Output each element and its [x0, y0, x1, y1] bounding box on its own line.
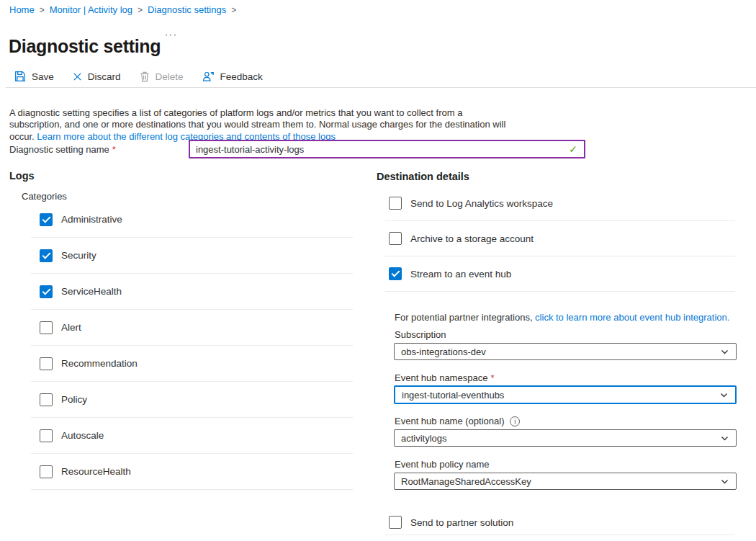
destination-options-list: Send to Log Analytics workspace Archive …	[385, 186, 735, 292]
event-hub-policy-name-label-text: Event hub policy name	[395, 459, 490, 470]
log-categories-list: Administrative Security ServiceHealth Al…	[31, 202, 353, 490]
event-hub-namespace-label: Event hub namespace*	[395, 372, 494, 383]
chevron-right-icon: >	[231, 5, 236, 15]
diagnostic-setting-name-label-text: Diagnostic setting name	[9, 144, 109, 155]
category-label: Security	[61, 250, 96, 261]
checkbox[interactable]	[40, 357, 53, 370]
delete-button-label: Delete	[156, 71, 184, 82]
category-row-policy[interactable]: Policy	[31, 382, 353, 418]
chevron-right-icon: >	[138, 5, 143, 15]
destination-label: Archive to a storage account	[410, 233, 534, 244]
destination-label: Send to Log Analytics workspace	[410, 198, 553, 209]
destination-details-heading: Destination details	[377, 171, 469, 182]
checkbox[interactable]	[40, 213, 53, 226]
category-row-resourcehealth[interactable]: ResourceHealth	[31, 454, 353, 490]
checkbox[interactable]	[40, 429, 53, 442]
checkbox[interactable]	[40, 465, 53, 478]
chevron-down-icon	[720, 347, 729, 357]
category-row-alert[interactable]: Alert	[31, 310, 353, 346]
checkbox[interactable]	[389, 232, 402, 245]
subscription-value: obs-integrations-dev	[401, 346, 486, 357]
subscription-label: Subscription	[395, 329, 446, 340]
partner-solution-section: Send to partner solution	[385, 510, 735, 535]
destination-row-partner-solution[interactable]: Send to partner solution	[385, 510, 735, 535]
checkbox[interactable]	[40, 249, 53, 262]
event-hub-policy-name-dropdown[interactable]: RootManageSharedAccessKey	[394, 473, 737, 490]
destination-row-storage-account[interactable]: Archive to a storage account	[385, 221, 735, 256]
category-row-servicehealth[interactable]: ServiceHealth	[31, 274, 353, 310]
event-hub-namespace-dropdown[interactable]: ingest-tutorial-eventhubs	[394, 385, 737, 404]
diagnostic-setting-name-input[interactable]	[190, 144, 569, 155]
chevron-right-icon: >	[40, 5, 45, 15]
category-label: ResourceHealth	[61, 466, 131, 477]
logs-heading: Logs	[9, 170, 35, 182]
event-hub-name-label: Event hub name (optional) i	[395, 416, 520, 426]
toolbar-divider	[6, 87, 756, 88]
required-asterisk: *	[112, 144, 116, 155]
category-label: Administrative	[61, 214, 122, 225]
discard-button[interactable]: Discard	[73, 71, 121, 82]
destination-row-log-analytics[interactable]: Send to Log Analytics workspace	[385, 186, 735, 221]
destination-row-event-hub[interactable]: Stream to an event hub	[385, 256, 735, 292]
feedback-button[interactable]: Feedback	[202, 71, 263, 82]
categories-subheading: Categories	[22, 191, 67, 202]
event-hub-namespace-value: ingest-tutorial-eventhubs	[402, 390, 504, 401]
category-row-recommendation[interactable]: Recommendation	[31, 346, 353, 382]
title-overflow-ellipsis-icon[interactable]: ···	[165, 29, 178, 40]
required-asterisk: *	[490, 372, 494, 383]
category-label: Autoscale	[61, 430, 104, 441]
diagnostic-setting-name-label: Diagnostic setting name*	[9, 144, 116, 155]
command-bar: Save Discard Delete	[14, 67, 263, 86]
trash-icon	[140, 71, 150, 82]
event-hub-policy-name-value: RootManageSharedAccessKey	[401, 476, 531, 487]
breadcrumb-monitor-activity-log[interactable]: Monitor | Activity log	[50, 4, 132, 15]
valid-check-icon: ✓	[569, 143, 584, 155]
event-hub-integration-link[interactable]: click to learn more about event hub inte…	[535, 312, 729, 323]
destination-label: Stream to an event hub	[410, 269, 511, 280]
category-row-administrative[interactable]: Administrative	[31, 202, 353, 238]
category-label: Recommendation	[61, 358, 138, 369]
destination-label: Send to partner solution	[410, 517, 513, 528]
event-hub-name-value: activitylogs	[401, 433, 447, 444]
discard-x-icon	[73, 72, 82, 81]
checkbox[interactable]	[40, 321, 53, 334]
save-icon	[14, 71, 26, 82]
delete-button[interactable]: Delete	[140, 71, 184, 82]
checkbox[interactable]	[389, 267, 402, 280]
intro-text: A diagnostic setting specifies a list of…	[9, 107, 515, 143]
discard-button-label: Discard	[88, 71, 121, 82]
event-hub-name-label-text: Event hub name (optional)	[395, 416, 504, 426]
checkbox[interactable]	[389, 197, 402, 210]
save-button[interactable]: Save	[14, 71, 54, 82]
partner-note-text: For potential partner integrations,	[395, 312, 535, 323]
chevron-down-icon	[720, 434, 729, 443]
subscription-dropdown[interactable]: obs-integrations-dev	[394, 343, 737, 360]
breadcrumb-diagnostic-settings[interactable]: Diagnostic settings	[148, 4, 226, 15]
info-icon[interactable]: i	[510, 416, 520, 426]
diagnostic-setting-name-input-wrap: ✓	[189, 140, 585, 158]
category-row-autoscale[interactable]: Autoscale	[31, 418, 353, 454]
chevron-down-icon	[720, 477, 729, 486]
feedback-button-label: Feedback	[220, 71, 263, 82]
feedback-person-icon	[202, 71, 215, 82]
event-hub-name-dropdown[interactable]: activitylogs	[394, 429, 737, 447]
category-label: Alert	[61, 322, 81, 333]
chevron-down-icon	[719, 390, 729, 400]
save-button-label: Save	[32, 71, 54, 82]
breadcrumb-home[interactable]: Home	[9, 4, 35, 15]
checkbox[interactable]	[389, 516, 402, 529]
event-hub-namespace-label-text: Event hub namespace	[395, 372, 487, 383]
checkbox[interactable]	[40, 285, 53, 298]
category-row-security[interactable]: Security	[31, 238, 353, 274]
subscription-label-text: Subscription	[395, 329, 446, 340]
breadcrumb: Home > Monitor | Activity log > Diagnost…	[9, 4, 241, 15]
event-hub-policy-name-label: Event hub policy name	[395, 459, 490, 470]
category-label: ServiceHealth	[61, 286, 122, 297]
checkbox[interactable]	[40, 393, 53, 406]
page-title: Diagnostic setting	[9, 36, 161, 57]
partner-integration-note: For potential partner integrations, clic…	[395, 312, 740, 323]
category-label: Policy	[61, 394, 87, 405]
